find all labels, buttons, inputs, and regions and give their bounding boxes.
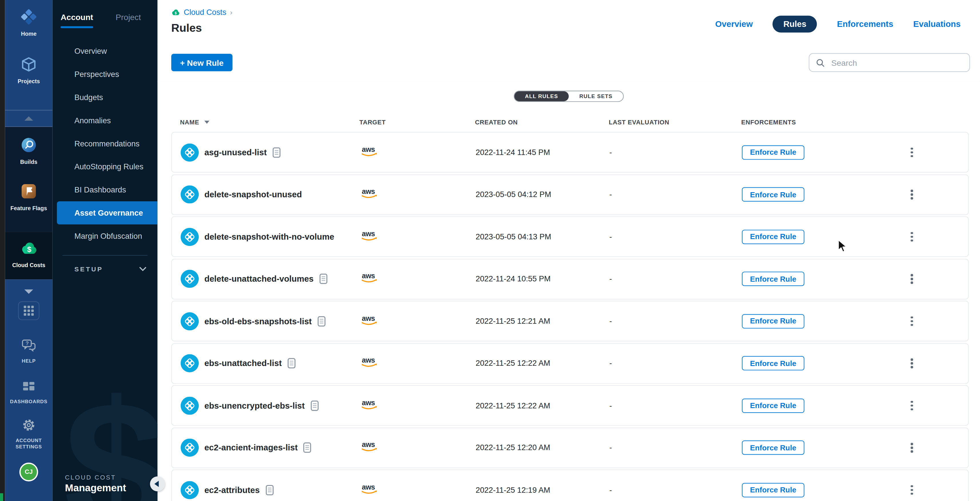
enforce-rule-button[interactable]: Enforce Rule <box>742 441 805 455</box>
last-evaluation-cell: - <box>609 359 612 368</box>
rail-item-help[interactable]: ? HELP <box>21 339 36 364</box>
enforce-rule-button[interactable]: Enforce Rule <box>742 187 805 202</box>
sidebar-collapse-button[interactable] <box>150 476 165 491</box>
target-cell: aws <box>360 356 379 371</box>
table-row[interactable]: ebs-unencrypted-ebs-list aws 2022-11-25 … <box>171 385 969 426</box>
column-header-name[interactable]: NAME <box>180 119 209 126</box>
rule-yaml-icon[interactable] <box>319 274 327 284</box>
avatar[interactable]: CJ <box>19 463 38 482</box>
search-box[interactable] <box>809 53 970 72</box>
rule-name-cell: delete-unattached-volumes <box>181 270 327 288</box>
new-rule-button[interactable]: + New Rule <box>171 54 232 71</box>
enforce-rule-button[interactable]: Enforce Rule <box>742 272 805 286</box>
row-menu-button[interactable] <box>908 271 915 286</box>
sidebar-item-budgets[interactable]: Budgets <box>52 86 158 109</box>
rule-name: ec2-attributes <box>204 485 260 495</box>
rail-item-account-settings[interactable]: ACCOUNT SETTINGS <box>11 419 47 450</box>
top-nav-enforcements[interactable]: Enforcements <box>837 19 893 29</box>
sidebar-item-anomalies[interactable]: Anomalies <box>52 109 158 132</box>
top-nav-overview[interactable]: Overview <box>715 19 753 29</box>
target-cell: aws <box>360 145 379 159</box>
toggle-rule-sets[interactable]: RULE SETS <box>569 91 623 101</box>
sidebar-item-autostopping-rules[interactable]: AutoStopping Rules <box>52 155 158 178</box>
rule-yaml-icon[interactable] <box>287 358 295 369</box>
top-nav-evaluations[interactable]: Evaluations <box>913 19 961 29</box>
rail-scroll-up[interactable] <box>5 110 52 127</box>
table-row[interactable]: delete-snapshot-unused aws 2023-05-05 04… <box>171 174 969 215</box>
row-menu-button[interactable] <box>908 482 915 497</box>
rule-name: delete-snapshot-unused <box>204 190 302 199</box>
table-row[interactable]: delete-snapshot-with-no-volume aws 2023-… <box>171 216 969 257</box>
rule-yaml-icon[interactable] <box>272 147 280 157</box>
enforce-rule-button[interactable]: Enforce Rule <box>742 314 805 328</box>
rule-name-cell: ebs-unattached-list <box>181 354 296 372</box>
sidebar-item-bi-dashboards[interactable]: BI Dashboards <box>52 178 158 201</box>
table-row[interactable]: ec2-attributes aws 2022-11-25 12:19 AM -… <box>171 469 969 501</box>
sidebar-item-overview[interactable]: Overview <box>52 40 158 63</box>
sidebar-item-recommendations[interactable]: Recommendations <box>52 132 158 155</box>
window-edge <box>0 0 5 501</box>
sort-caret-icon <box>204 121 209 124</box>
breadcrumb-separator: › <box>230 9 232 16</box>
sidebar-item-margin-obfuscation[interactable]: Margin Obfuscation <box>52 224 158 248</box>
rule-icon <box>181 439 199 456</box>
row-menu-button[interactable] <box>908 314 915 328</box>
rule-yaml-icon[interactable] <box>265 484 273 495</box>
sidebar-menu: Overview Perspectives Budgets Anomalies … <box>52 40 158 248</box>
table-row[interactable]: ebs-unattached-list aws 2022-11-25 12:22… <box>171 343 969 383</box>
scope-tabs: Account Project <box>52 0 158 27</box>
rule-icon <box>181 396 199 414</box>
toggle-all-rules[interactable]: ALL RULES <box>514 91 569 101</box>
rail-item-cloud-costs-active[interactable]: $ Cloud Costs <box>5 232 52 279</box>
rail-item-label: Cloud Costs <box>12 262 45 269</box>
row-menu-button[interactable] <box>908 229 915 244</box>
gear-icon <box>22 419 36 435</box>
main-content: $ Cloud Costs › Rules OverviewRulesEnfor… <box>158 0 980 501</box>
tab-account[interactable]: Account <box>60 13 93 27</box>
rule-name-cell: asg-unused-list <box>181 143 280 161</box>
rail-item-dashboards[interactable]: DASHBOARDS <box>10 381 48 405</box>
rule-yaml-icon[interactable] <box>310 400 318 410</box>
rail-item-projects[interactable]: Projects <box>18 56 40 85</box>
table-row[interactable]: delete-unattached-volumes aws 2022-11-24… <box>171 259 969 299</box>
rule-name: ebs-unattached-list <box>204 359 282 368</box>
table-row[interactable]: ebs-old-ebs-snapshots-list aws 2022-11-2… <box>171 301 969 342</box>
enforce-rule-button[interactable]: Enforce Rule <box>742 483 805 497</box>
rail-item-builds[interactable]: Builds <box>20 137 37 166</box>
row-menu-button[interactable] <box>908 398 915 413</box>
rule-yaml-icon[interactable] <box>317 316 325 326</box>
row-menu-button[interactable] <box>908 356 915 371</box>
aws-logo: aws <box>360 398 379 410</box>
svg-text:$: $ <box>175 11 177 15</box>
row-menu-button[interactable] <box>908 145 915 159</box>
cloud-costs-sidebar: Account Project Overview Perspectives Bu… <box>52 0 158 501</box>
rules-table-area: ALL RULES RULE SETS NAME TARGET CREATED … <box>158 81 980 501</box>
module-grid-button[interactable] <box>18 301 39 320</box>
search-input[interactable] <box>830 57 963 68</box>
chevron-down-icon[interactable] <box>24 289 33 294</box>
app-window: Home Projects <box>0 0 980 501</box>
enforce-rule-button[interactable]: Enforce Rule <box>742 398 805 413</box>
sidebar-item-perspectives[interactable]: Perspectives <box>52 63 158 86</box>
aws-logo: aws <box>360 229 379 242</box>
rail-item-label: Home <box>21 30 37 38</box>
sidebar-item-asset-governance[interactable]: Asset Governance <box>57 201 158 224</box>
top-nav-rules[interactable]: Rules <box>773 16 817 32</box>
svg-text:aws: aws <box>362 314 375 322</box>
enforce-rule-button[interactable]: Enforce Rule <box>742 356 805 370</box>
row-menu-button[interactable] <box>908 441 915 455</box>
column-header-last-evaluation: LAST EVALUATION <box>609 119 669 126</box>
rail-middle-section: Builds Feature Flags <box>5 127 52 232</box>
table-row[interactable]: asg-unused-list aws 2022-11-24 11:45 PM … <box>171 132 969 172</box>
rail-item-feature-flags[interactable]: Feature Flags <box>11 183 47 212</box>
enforce-rule-button[interactable]: Enforce Rule <box>742 229 805 243</box>
table-row[interactable]: ec2-ancient-images-list aws 2022-11-25 1… <box>171 427 969 468</box>
sidebar-item-setup[interactable]: SETUP <box>52 256 158 282</box>
rule-name-cell: delete-snapshot-unused <box>181 185 302 203</box>
breadcrumb-link[interactable]: Cloud Costs <box>184 8 226 17</box>
rail-item-home[interactable]: Home <box>21 9 37 38</box>
rule-yaml-icon[interactable] <box>303 442 311 453</box>
tab-project[interactable]: Project <box>116 13 141 27</box>
row-menu-button[interactable] <box>908 187 915 202</box>
enforce-rule-button[interactable]: Enforce Rule <box>742 145 805 159</box>
